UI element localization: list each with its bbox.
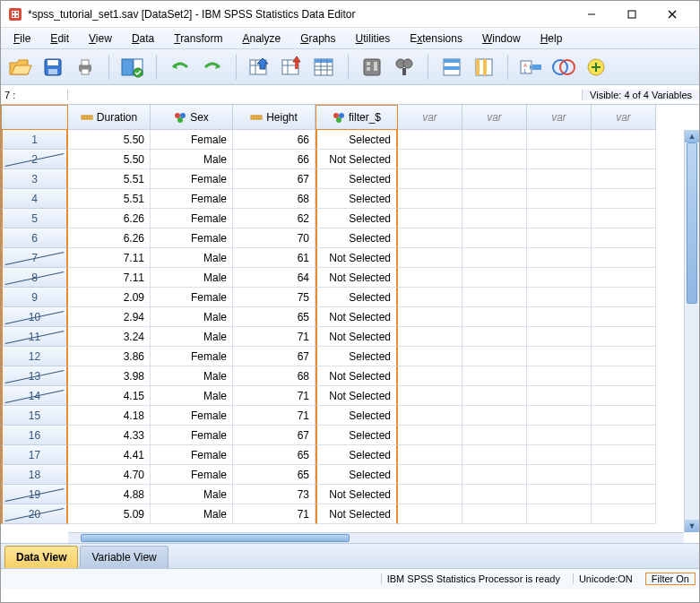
- cell-empty[interactable]: [527, 268, 592, 288]
- cell-duration[interactable]: 3.98: [68, 366, 151, 386]
- cell-height[interactable]: 64: [233, 268, 315, 288]
- cell-height[interactable]: 67: [233, 347, 315, 366]
- cell-filter[interactable]: Not Selected: [315, 386, 398, 406]
- menu-extensions[interactable]: Extensions: [401, 30, 471, 47]
- cell-height[interactable]: 66: [233, 150, 315, 169]
- cell-filter[interactable]: Selected: [315, 426, 398, 445]
- cell-empty[interactable]: [398, 465, 462, 485]
- cell-height[interactable]: 75: [233, 288, 315, 307]
- cell-height[interactable]: 71: [233, 406, 315, 426]
- cell-height[interactable]: 62: [233, 209, 315, 228]
- cell-filter[interactable]: Selected: [315, 406, 398, 426]
- cell-empty[interactable]: [527, 386, 592, 406]
- scrollbar-thumb[interactable]: [687, 142, 697, 304]
- cell-height[interactable]: 66: [233, 130, 315, 150]
- row-header[interactable]: 13: [1, 366, 68, 386]
- tab-variable-view[interactable]: Variable View: [80, 546, 168, 568]
- horizontal-scrollbar[interactable]: [68, 532, 684, 543]
- col-empty[interactable]: var: [592, 105, 656, 130]
- cell-duration[interactable]: 7.11: [68, 268, 151, 288]
- cell-height[interactable]: 68: [233, 366, 315, 386]
- cell-duration[interactable]: 2.09: [68, 288, 151, 307]
- cell-empty[interactable]: [398, 327, 462, 347]
- cell-duration[interactable]: 4.18: [68, 406, 151, 426]
- cell-sex[interactable]: Male: [151, 327, 233, 347]
- cell-empty[interactable]: [398, 150, 462, 169]
- cell-filter[interactable]: Selected: [315, 209, 398, 228]
- cell-duration[interactable]: 4.33: [68, 426, 151, 445]
- use-sets-button[interactable]: [549, 53, 578, 82]
- vertical-scrollbar[interactable]: ▲ ▼: [684, 130, 699, 532]
- insert-variable-button[interactable]: [470, 53, 498, 82]
- cell-empty[interactable]: [462, 386, 527, 406]
- cell-sex[interactable]: Female: [151, 169, 233, 189]
- menu-edit[interactable]: Edit: [41, 30, 78, 47]
- cell-empty[interactable]: [398, 228, 462, 248]
- col-height[interactable]: Height: [233, 105, 315, 130]
- cell-empty[interactable]: [527, 485, 592, 504]
- row-header[interactable]: 4: [1, 189, 68, 209]
- minimize-button[interactable]: [571, 2, 611, 27]
- cell-filter[interactable]: Not Selected: [315, 504, 398, 524]
- col-duration[interactable]: Duration: [68, 105, 151, 130]
- cell-empty[interactable]: [398, 268, 462, 288]
- row-header-corner[interactable]: [1, 105, 68, 130]
- cell-duration[interactable]: 4.88: [68, 485, 151, 504]
- cell-empty[interactable]: [527, 228, 592, 248]
- row-header[interactable]: 12: [1, 347, 68, 366]
- cell-empty[interactable]: [462, 169, 527, 189]
- cell-sex[interactable]: Female: [151, 130, 233, 150]
- maximize-button[interactable]: [611, 2, 652, 27]
- cell-height[interactable]: 71: [233, 504, 315, 524]
- menu-help[interactable]: Help: [531, 30, 572, 47]
- variables-button[interactable]: [310, 53, 339, 82]
- close-button[interactable]: [652, 2, 692, 27]
- cell-empty[interactable]: [462, 366, 527, 386]
- cell-empty[interactable]: [462, 426, 527, 445]
- cell-empty[interactable]: [462, 268, 527, 288]
- cell-duration[interactable]: 3.24: [68, 327, 151, 347]
- cell-sex[interactable]: Male: [151, 485, 233, 504]
- cell-empty[interactable]: [462, 445, 527, 465]
- cell-empty[interactable]: [592, 307, 656, 327]
- show-all-button[interactable]: [582, 53, 610, 82]
- row-header[interactable]: 1: [1, 130, 68, 150]
- cell-sex[interactable]: Female: [151, 228, 233, 248]
- cell-filter[interactable]: Not Selected: [315, 366, 398, 386]
- cell-height[interactable]: 70: [233, 228, 315, 248]
- cell-filter[interactable]: Not Selected: [315, 248, 398, 268]
- cell-empty[interactable]: [398, 288, 462, 307]
- open-button[interactable]: [6, 53, 35, 82]
- cell-empty[interactable]: [462, 130, 527, 150]
- cell-empty[interactable]: [592, 347, 656, 366]
- cell-empty[interactable]: [462, 406, 527, 426]
- row-header[interactable]: 17: [1, 445, 68, 465]
- cell-empty[interactable]: [462, 248, 527, 268]
- cell-empty[interactable]: [462, 228, 527, 248]
- cell-empty[interactable]: [592, 366, 656, 386]
- cell-duration[interactable]: 5.51: [68, 189, 151, 209]
- cell-filter[interactable]: Selected: [315, 169, 398, 189]
- cell-filter[interactable]: Selected: [315, 465, 398, 485]
- cell-filter[interactable]: Not Selected: [315, 307, 398, 327]
- cell-sex[interactable]: Male: [151, 268, 233, 288]
- menu-utilities[interactable]: Utilities: [347, 30, 400, 47]
- cell-empty[interactable]: [527, 169, 592, 189]
- cell-empty[interactable]: [462, 504, 527, 524]
- cell-empty[interactable]: [527, 504, 592, 524]
- cell-empty[interactable]: [527, 150, 592, 169]
- cell-empty[interactable]: [398, 248, 462, 268]
- undo-button[interactable]: [166, 53, 194, 82]
- cell-sex[interactable]: Female: [151, 465, 233, 485]
- cell-filter[interactable]: Not Selected: [315, 327, 398, 347]
- cell-filter[interactable]: Selected: [315, 189, 398, 209]
- cell-filter[interactable]: Selected: [315, 228, 398, 248]
- row-header[interactable]: 16: [1, 426, 68, 445]
- cell-empty[interactable]: [527, 445, 592, 465]
- cell-duration[interactable]: 4.15: [68, 386, 151, 406]
- cell-empty[interactable]: [592, 169, 656, 189]
- cell-sex[interactable]: Female: [151, 347, 233, 366]
- tab-data-view[interactable]: Data View: [4, 546, 78, 568]
- cell-empty[interactable]: [592, 248, 656, 268]
- row-header[interactable]: 9: [1, 288, 68, 307]
